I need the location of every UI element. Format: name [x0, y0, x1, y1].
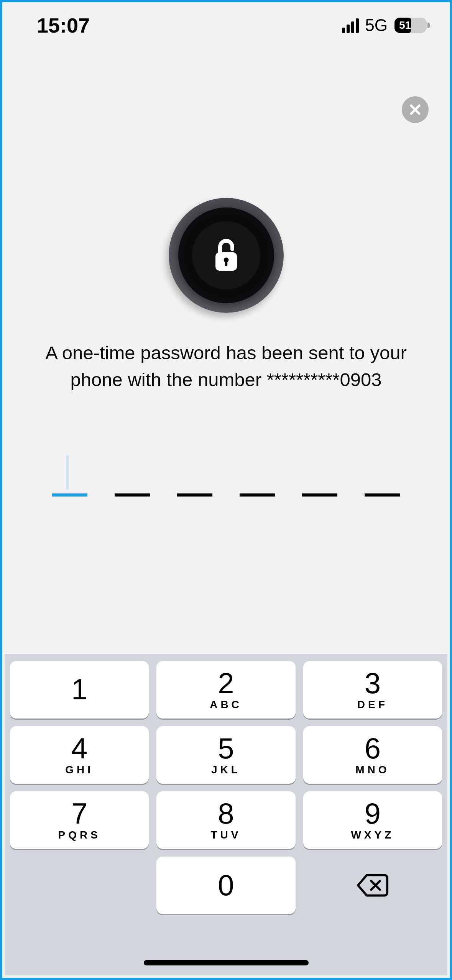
keypad-backspace[interactable] — [303, 857, 442, 914]
keypad-key-7[interactable]: 7 PQRS — [10, 791, 149, 849]
close-button[interactable] — [402, 96, 429, 123]
keypad-key-5[interactable]: 5 JKL — [156, 726, 295, 784]
key-letters-label: ABC — [210, 699, 242, 711]
keypad-key-2[interactable]: 2 ABC — [156, 661, 295, 719]
otp-digit-4[interactable] — [240, 451, 275, 497]
keypad-key-6[interactable]: 6 MNO — [303, 726, 442, 784]
status-right-cluster: 5G 51 — [342, 16, 427, 35]
keypad-key-8[interactable]: 8 TUV — [156, 791, 295, 849]
lock-open-icon — [210, 237, 242, 274]
battery-icon: 51 — [394, 18, 427, 33]
key-digit-label: 5 — [218, 734, 234, 763]
keypad-key-9[interactable]: 9 WXYZ — [303, 791, 442, 849]
otp-digit-2[interactable] — [115, 451, 150, 497]
otp-input-row[interactable] — [52, 451, 400, 497]
keypad-key-1[interactable]: 1 — [10, 661, 149, 719]
backspace-icon — [357, 873, 389, 898]
key-letters-label: GHI — [65, 764, 94, 776]
keypad-blank — [10, 857, 149, 914]
key-digit-label: 0 — [218, 871, 234, 900]
key-letters-label: WXYZ — [351, 829, 394, 841]
key-digit-label: 7 — [71, 799, 87, 828]
keypad-key-0[interactable]: 0 — [156, 857, 295, 914]
close-icon — [408, 103, 422, 117]
status-bar: 15:07 5G 51 — [2, 2, 450, 48]
home-indicator[interactable] — [144, 960, 309, 965]
svg-rect-2 — [225, 261, 227, 266]
status-time: 15:07 — [37, 13, 90, 37]
key-letters-label: JKL — [211, 764, 241, 776]
key-letters-label: PQRS — [58, 829, 100, 841]
otp-digit-3[interactable] — [177, 451, 212, 497]
network-type-label: 5G — [365, 16, 388, 35]
key-letters-label: MNO — [355, 764, 390, 776]
key-letters-label: TUV — [210, 829, 241, 841]
keypad-key-3[interactable]: 3 DEF — [303, 661, 442, 719]
key-digit-label: 4 — [71, 734, 87, 763]
key-digit-label: 9 — [365, 799, 381, 828]
key-digit-label: 1 — [71, 675, 87, 704]
numeric-keypad: 1 2 ABC 3 DEF 4 GHI 5 JKL 6 MNO — [5, 654, 447, 975]
key-digit-label: 8 — [218, 799, 234, 828]
key-digit-label: 3 — [365, 669, 381, 698]
otp-content: A one-time password has been sent to you… — [2, 48, 450, 497]
keypad-key-4[interactable]: 4 GHI — [10, 726, 149, 784]
lock-illustration — [169, 198, 284, 313]
otp-digit-1[interactable] — [52, 451, 87, 497]
otp-digit-6[interactable] — [365, 451, 400, 497]
key-digit-label: 2 — [218, 669, 234, 698]
key-digit-label: 6 — [365, 734, 381, 763]
key-letters-label: DEF — [357, 699, 388, 711]
otp-instruction-text: A one-time password has been sent to you… — [2, 340, 450, 393]
cellular-signal-icon — [342, 18, 359, 33]
otp-digit-5[interactable] — [302, 451, 337, 497]
battery-percent-label: 51 — [394, 19, 411, 31]
